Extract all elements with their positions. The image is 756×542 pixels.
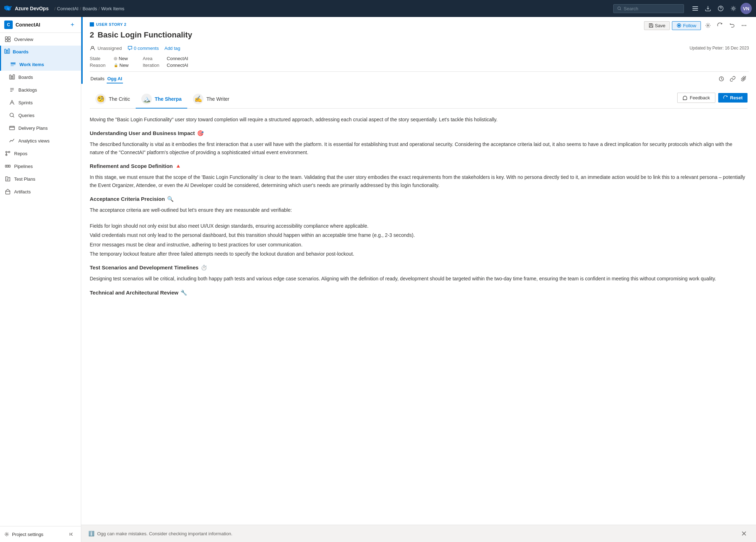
sidebar-item-repos[interactable]: Repos (0, 147, 81, 160)
reason-value[interactable]: 🔒 New (114, 63, 129, 68)
svg-rect-19 (13, 75, 14, 79)
svg-rect-14 (11, 63, 16, 64)
field-group-state: State New Reason 🔒 New (90, 56, 129, 68)
help-icon[interactable] (715, 3, 726, 14)
settings-button[interactable] (703, 21, 713, 30)
undo-button[interactable] (727, 21, 737, 30)
add-project-button[interactable]: + (68, 21, 77, 29)
tab-details[interactable]: Details (90, 75, 105, 83)
state-value[interactable]: New (114, 56, 128, 61)
sidebar-project: C ConnectAI (4, 21, 40, 29)
feedback-button[interactable]: Feedback (677, 93, 715, 103)
collapse-sidebar-button[interactable] (67, 529, 77, 539)
user-story-type-icon (90, 22, 94, 27)
sidebar-item-boards-header[interactable]: Boards (0, 46, 81, 58)
sidebar-item-queries[interactable]: Queries (0, 109, 81, 122)
area-field-row: Area ConnectAI (143, 56, 188, 61)
section-title-5: Technical and Architectural Review 🔧 (90, 289, 748, 297)
section-body-4: Designing test scenarios will be critica… (90, 275, 748, 282)
work-item-toolbar: Save Follow (644, 21, 749, 30)
overview-icon (4, 36, 11, 43)
writer-label: The Writer (206, 96, 229, 102)
svg-rect-7 (5, 37, 7, 39)
sidebar-item-backlogs[interactable]: Backlogs (0, 83, 81, 96)
svg-rect-10 (8, 40, 10, 42)
reset-button[interactable]: Reset (718, 93, 748, 103)
boards-icon (4, 48, 10, 55)
ogg-content: Moving the "Basic Login Functionality" u… (90, 116, 748, 297)
sidebar-item-work-items[interactable]: Work items (0, 58, 81, 71)
section-4-emoji: ⏱️ (201, 263, 207, 272)
assignee-label: Unassigned (98, 46, 122, 51)
svg-rect-41 (650, 24, 651, 25)
search-icon (617, 6, 622, 11)
updated-info: Updated by Peter: 16 Dec 2023 (690, 46, 749, 51)
sidebar-item-pipelines[interactable]: Pipelines (0, 160, 81, 173)
save-button[interactable]: Save (644, 21, 670, 30)
svg-rect-33 (5, 165, 7, 167)
sidebar-boards-label: Boards (13, 49, 29, 54)
app-name: Azure DevOps (15, 6, 49, 11)
breadcrumb-item-1[interactable]: ConnectAI (57, 6, 78, 11)
follow-button-label: Follow (683, 23, 696, 28)
work-item-panel: USER STORY 2 Save Follow (81, 17, 756, 542)
breadcrumb-item-3[interactable]: Work Items (101, 6, 124, 11)
svg-rect-34 (7, 165, 8, 167)
sidebar-item-delivery-plans[interactable]: Delivery Plans (0, 122, 81, 134)
svg-point-30 (6, 151, 7, 153)
refresh-button[interactable] (715, 21, 725, 30)
sidebar-item-overview[interactable]: Overview (0, 33, 81, 46)
area-value[interactable]: ConnectAI (167, 56, 188, 61)
comments-field[interactable]: 0 comments (128, 46, 159, 51)
search-input[interactable] (624, 6, 680, 11)
svg-rect-15 (11, 64, 16, 65)
sidebar-item-sprints[interactable]: Sprints (0, 96, 81, 109)
work-items-icon (10, 61, 17, 68)
project-settings-link[interactable]: Project settings (4, 532, 43, 537)
sidebar-item-analytics-views[interactable]: Analytics views (0, 134, 81, 147)
settings-list-icon[interactable] (690, 3, 701, 14)
gear-icon[interactable] (728, 3, 739, 14)
download-icon[interactable] (702, 3, 714, 14)
close-footer-button[interactable] (739, 529, 749, 538)
link-icon-button[interactable] (728, 74, 738, 84)
app-logo[interactable]: Azure DevOps (4, 5, 49, 12)
delivery-plans-icon (8, 124, 16, 132)
breadcrumb-item-2[interactable]: Boards (83, 6, 97, 11)
user-avatar[interactable]: VN (740, 3, 752, 14)
svg-rect-17 (10, 75, 11, 79)
reason-field-row: Reason 🔒 New (90, 63, 129, 68)
sidebar-item-boards[interactable]: Boards (0, 71, 81, 83)
follow-button[interactable]: Follow (672, 21, 701, 30)
persona-tab-writer[interactable]: ✍️ The Writer (187, 91, 235, 109)
boards-sub-icon (8, 74, 16, 81)
sherpa-avatar: 🏔️ (141, 94, 152, 104)
history-icon-button[interactable] (716, 74, 726, 84)
add-tag-button[interactable]: Add tag (164, 46, 180, 51)
test-plans-icon (4, 175, 11, 182)
tab-ogg-ai[interactable]: Ogg AI (107, 75, 123, 83)
sidebar-item-test-plans[interactable]: Test Plans (0, 173, 81, 185)
iteration-field-row: Iteration ConnectAI (143, 63, 188, 68)
persona-tab-sherpa[interactable]: 🏔️ The Sherpa (136, 91, 187, 109)
personas-bar: 🧐 The Critic 🏔️ The Sherpa ✍️ The Writer (90, 91, 748, 109)
svg-rect-9 (5, 40, 7, 42)
sidebar-item-artifacts[interactable]: Artifacts (0, 185, 81, 198)
iteration-value[interactable]: ConnectAI (167, 63, 188, 68)
sidebar-item-analytics-label: Analytics views (18, 138, 49, 144)
ogg-footer: ℹ️ Ogg can make mistakes. Consider check… (81, 525, 756, 542)
save-button-label: Save (655, 23, 666, 28)
attachment-icon-button[interactable] (739, 74, 749, 84)
breadcrumb: / ConnectAI / Boards / Work Items (54, 6, 124, 11)
more-options-button[interactable] (739, 21, 749, 30)
section-2-emoji: 🔺 (175, 162, 182, 170)
assignee-field[interactable]: Unassigned (90, 45, 122, 51)
field-group-area: Area ConnectAI Iteration ConnectAI (143, 56, 188, 68)
sidebar-item-repos-label: Repos (14, 151, 28, 156)
search-box[interactable] (613, 4, 684, 13)
writer-avatar: ✍️ (193, 94, 203, 104)
top-nav: Azure DevOps / ConnectAI / Boards / Work… (0, 0, 756, 17)
persona-tab-critic[interactable]: 🧐 The Critic (90, 91, 136, 109)
work-item-title[interactable]: Basic Login Functionality (98, 30, 192, 40)
ogg-panel-inner: 🧐 The Critic 🏔️ The Sherpa ✍️ The Writer (81, 84, 756, 525)
